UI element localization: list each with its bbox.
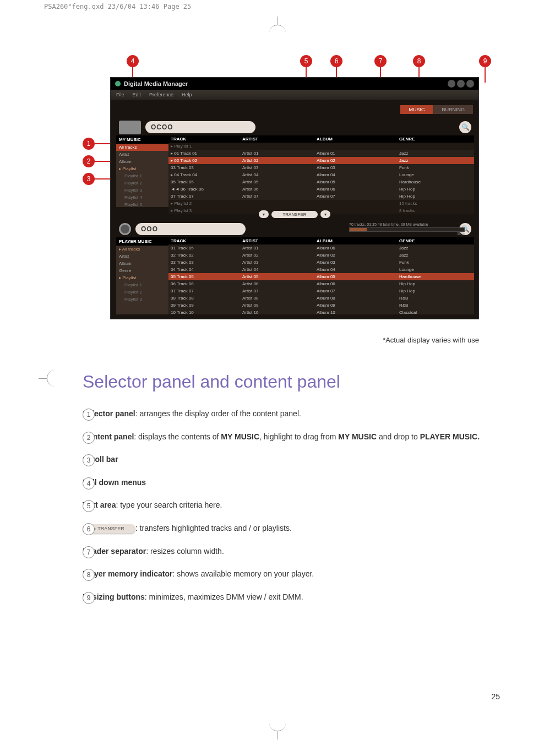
table-row[interactable]: ▸ 04 Track 04Artist 04Album 04Lounge — [168, 171, 474, 178]
callout-5: 5 — [300, 55, 312, 67]
my-music-header: MY MUSIC — [116, 135, 168, 144]
content-panel: TRACK ARTIST ALBUM GENRE ▸ Playlist 1▸ 0… — [168, 135, 474, 207]
table-row[interactable]: 01 Track 05Artist 01Album 06Jazz — [168, 244, 474, 252]
col-track[interactable]: TRACK — [168, 237, 240, 244]
legend-text: Pull down menus — [83, 477, 501, 488]
table-row[interactable]: ▸ 02 Track 02Artist 02Album 02Jazz — [168, 157, 474, 164]
table-row[interactable]: 08 Track 08Artist 08Album 08R&B — [168, 295, 474, 302]
col-track[interactable]: TRACK — [168, 135, 240, 143]
legend-number: 9 — [83, 592, 95, 604]
window-controls[interactable] — [448, 80, 474, 88]
table-row[interactable]: 06 Track 06Artist 06Album 06Hip Hop — [168, 280, 474, 287]
table-row[interactable]: 10 Track 10Artist 10Album 10Classical — [168, 309, 474, 316]
sidebar-item[interactable]: Artist — [116, 253, 168, 260]
column-headers[interactable]: TRACK ARTIST ALBUM GENRE — [168, 135, 474, 143]
sidebar-item[interactable]: ▸ Playlist — [116, 274, 168, 281]
sidebar-item[interactable]: Playlist 5 — [116, 201, 168, 208]
sidebar-item[interactable]: Album — [116, 158, 168, 165]
transfer-bar: ▾ TRANSFER ▾ — [111, 209, 478, 220]
table-row[interactable]: 05 Track 05Artist 05Album 05Hardhouse — [168, 178, 474, 186]
sidebar-item[interactable]: Playlist 2 — [116, 180, 168, 187]
sidebar-item[interactable]: Artist — [116, 151, 168, 158]
crop-mark-icon — [269, 723, 286, 739]
callout-6: 6 — [330, 55, 342, 67]
callout-3: 3 — [83, 173, 95, 185]
table-row[interactable]: 07 Track 07Artist 07Album 07Hip Hop — [168, 287, 474, 295]
callout-1: 1 — [83, 138, 95, 150]
memory-pct: 15% — [349, 232, 465, 236]
sidebar-item[interactable]: Album — [116, 260, 168, 267]
legend-item: 2Content panel: displays the contents of… — [83, 432, 501, 443]
legend-text: Text area: type your search criteria her… — [83, 500, 501, 511]
callout-line — [485, 67, 486, 83]
table-row[interactable]: ▸ Playlist 215 tracks — [168, 200, 474, 207]
col-artist[interactable]: ARTIST — [240, 135, 314, 143]
column-headers-player[interactable]: TRACK ARTIST ALBUM GENRE — [168, 237, 474, 244]
col-album[interactable]: ALBUM — [314, 237, 397, 244]
doc-header: PSA260°feng.qxd 23/6/04 13:46 Page 25 — [44, 3, 191, 10]
menu-file[interactable]: File — [116, 92, 124, 97]
legend-text: Selector panel: arranges the display ord… — [83, 409, 501, 420]
memory-text: 70 tracks, 03:35:48 total time, 39 MB av… — [349, 222, 428, 226]
sidebar-item[interactable]: Playlist 2 — [116, 289, 168, 296]
tab-music[interactable]: MUSIC — [400, 105, 433, 114]
sidebar-item[interactable]: ▸ All tracks — [116, 246, 168, 253]
menu-bar: File Edit Preference Help — [111, 90, 478, 100]
legend-item: 6▸ TRANSFER : transfers highlighted trac… — [83, 523, 501, 534]
sidebar-item[interactable]: Playlist 4 — [116, 194, 168, 201]
table-row[interactable]: 03 Track 03Artist 03Album 03Funk — [168, 259, 474, 266]
legend-item: 8Player memory indicator: shows availabl… — [83, 569, 501, 580]
search-input-player[interactable] — [135, 223, 246, 235]
minimize-icon[interactable] — [448, 80, 455, 88]
legend-text: Scroll bar — [83, 454, 501, 465]
tab-burning[interactable]: BURNING — [433, 105, 473, 114]
col-album[interactable]: ALBUM — [314, 135, 397, 143]
menu-help[interactable]: Help — [182, 92, 192, 97]
sidebar-item[interactable]: Playlist 1 — [116, 281, 168, 289]
col-genre[interactable]: GENRE — [397, 237, 463, 244]
table-row[interactable]: 02 Track 02Artist 02Album 02Jazz — [168, 252, 474, 259]
search-icon[interactable]: 🔍 — [459, 121, 471, 133]
sidebar-item[interactable]: Playlist 1 — [116, 172, 168, 180]
sidebar-item[interactable]: Playlist 3 — [116, 296, 168, 303]
legend-item: 9Resizing buttons: minimizes, maximizes … — [83, 592, 501, 603]
table-row[interactable]: 05 Track 05Artist 05Album 05Hardhouse — [168, 273, 474, 280]
search-input[interactable] — [145, 121, 255, 133]
legend-item: 7Header separator: resizes column width. — [83, 546, 501, 557]
table-row[interactable]: 04 Track 04Artist 04Album 04Lounge — [168, 266, 474, 273]
legend-text: ▸ TRANSFER : transfers highlighted track… — [83, 523, 501, 534]
legend-text: Player memory indicator: shows available… — [83, 569, 501, 580]
memory-indicator: 70 tracks, 03:35:48 total time, 39 MB av… — [349, 222, 465, 236]
menu-preference[interactable]: Preference — [149, 92, 173, 97]
table-row[interactable]: ▸ 01 Track 01Artist 01Album 01Jazz — [168, 150, 474, 157]
player-music-header: PLAYER MUSIC — [116, 237, 168, 246]
sidebar-item[interactable]: All tracks — [116, 144, 168, 151]
legend-text: Resizing buttons: minimizes, maximizes D… — [83, 592, 501, 603]
app-title: Digital Media Manager — [115, 80, 188, 87]
menu-edit[interactable]: Edit — [133, 92, 142, 97]
transfer-down-icon[interactable]: ▾ — [320, 210, 330, 218]
legend-list: 1Selector panel: arranges the display or… — [83, 409, 501, 602]
col-genre[interactable]: GENRE — [397, 135, 463, 143]
table-row[interactable]: 09 Track 09Artist 09Album 09R&B — [168, 302, 474, 309]
close-icon[interactable] — [466, 80, 474, 88]
legend-number: 7 — [83, 546, 95, 558]
maximize-icon[interactable] — [457, 80, 465, 88]
transfer-button[interactable]: TRANSFER — [271, 211, 317, 218]
table-row[interactable]: ▸ Playlist 1 — [168, 143, 474, 150]
app-window: Digital Media Manager File Edit Preferen… — [110, 77, 479, 319]
table-row[interactable]: 07 Track 07Artist 07Album 07Hip Hop — [168, 193, 474, 200]
callout-2: 2 — [83, 155, 95, 167]
figure-caption: *Actual display varies with use — [83, 336, 501, 344]
table-row[interactable]: ◄◄ 06 Track 06Artist 06Album 06Hip Hop — [168, 186, 474, 193]
computer-icon — [119, 121, 141, 134]
col-artist[interactable]: ARTIST — [240, 237, 314, 244]
callout-9: 9 — [479, 55, 491, 67]
transfer-down-icon[interactable]: ▾ — [259, 210, 269, 218]
table-row[interactable]: 03 Track 03Artist 03Album 03Funk — [168, 164, 474, 171]
sidebar-item[interactable]: Genre — [116, 267, 168, 274]
sidebar-item[interactable]: Playlist 3 — [116, 187, 168, 194]
sidebar-item[interactable]: ▸ Playlist — [116, 165, 168, 172]
page-number: 25 — [491, 692, 500, 701]
selector-panel-player: PLAYER MUSIC ▸ All tracksArtistAlbumGenr… — [116, 237, 168, 314]
